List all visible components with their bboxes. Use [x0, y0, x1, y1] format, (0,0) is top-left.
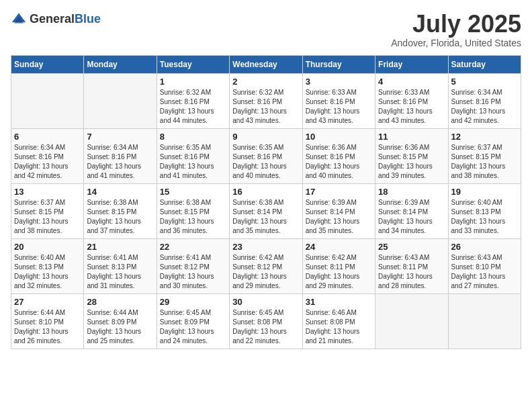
header-saturday: Saturday: [448, 55, 521, 73]
day-number: 27: [14, 297, 81, 307]
day-info: Sunrise: 6:38 AMSunset: 8:15 PMDaylight:…: [87, 198, 153, 236]
cell-week5-day6: [448, 293, 521, 349]
cell-week2-day6: 12Sunrise: 6:37 AMSunset: 8:15 PMDayligh…: [448, 128, 521, 183]
day-number: 19: [451, 187, 518, 197]
week-row-4: 20Sunrise: 6:40 AMSunset: 8:13 PMDayligh…: [11, 238, 521, 293]
day-info: Sunrise: 6:45 AMSunset: 8:08 PMDaylight:…: [232, 308, 299, 346]
week-row-2: 6Sunrise: 6:34 AMSunset: 8:16 PMDaylight…: [11, 128, 521, 183]
day-info: Sunrise: 6:36 AMSunset: 8:15 PMDaylight:…: [378, 143, 445, 181]
cell-week5-day3: 30Sunrise: 6:45 AMSunset: 8:08 PMDayligh…: [230, 293, 302, 349]
day-info: Sunrise: 6:41 AMSunset: 8:13 PMDaylight:…: [87, 253, 153, 291]
day-number: 15: [160, 187, 226, 197]
cell-week4-day0: 20Sunrise: 6:40 AMSunset: 8:13 PMDayligh…: [11, 238, 84, 293]
cell-week5-day4: 31Sunrise: 6:46 AMSunset: 8:08 PMDayligh…: [302, 293, 375, 349]
day-number: 3: [306, 77, 372, 87]
day-number: 6: [14, 132, 81, 142]
day-number: 24: [306, 242, 372, 252]
day-info: Sunrise: 6:39 AMSunset: 8:14 PMDaylight:…: [378, 198, 445, 236]
day-info: Sunrise: 6:44 AMSunset: 8:10 PMDaylight:…: [14, 308, 81, 346]
weekday-header-row: Sunday Monday Tuesday Wednesday Thursday…: [11, 55, 521, 73]
cell-week1-day0: [11, 73, 84, 128]
day-info: Sunrise: 6:44 AMSunset: 8:09 PMDaylight:…: [87, 308, 153, 346]
day-info: Sunrise: 6:41 AMSunset: 8:12 PMDaylight:…: [160, 253, 226, 291]
calendar-header: Sunday Monday Tuesday Wednesday Thursday…: [11, 55, 521, 73]
cell-week4-day2: 22Sunrise: 6:41 AMSunset: 8:12 PMDayligh…: [157, 238, 229, 293]
day-info: Sunrise: 6:40 AMSunset: 8:13 PMDaylight:…: [451, 198, 518, 236]
day-info: Sunrise: 6:34 AMSunset: 8:16 PMDaylight:…: [87, 143, 153, 181]
day-number: 14: [87, 187, 153, 197]
day-number: 18: [378, 187, 445, 197]
day-info: Sunrise: 6:32 AMSunset: 8:16 PMDaylight:…: [160, 88, 226, 126]
day-number: 28: [87, 297, 153, 307]
cell-week5-day0: 27Sunrise: 6:44 AMSunset: 8:10 PMDayligh…: [11, 293, 84, 349]
cell-week1-day4: 3Sunrise: 6:33 AMSunset: 8:16 PMDaylight…: [302, 73, 375, 128]
logo-text: GeneralBlue: [30, 12, 101, 26]
cell-week5-day2: 29Sunrise: 6:45 AMSunset: 8:09 PMDayligh…: [157, 293, 229, 349]
cell-week4-day1: 21Sunrise: 6:41 AMSunset: 8:13 PMDayligh…: [84, 238, 157, 293]
cell-week2-day5: 11Sunrise: 6:36 AMSunset: 8:15 PMDayligh…: [375, 128, 448, 183]
cell-week3-day2: 15Sunrise: 6:38 AMSunset: 8:15 PMDayligh…: [157, 183, 229, 238]
day-info: Sunrise: 6:42 AMSunset: 8:11 PMDaylight:…: [306, 253, 372, 291]
day-info: Sunrise: 6:36 AMSunset: 8:16 PMDaylight:…: [306, 143, 372, 181]
day-number: 11: [378, 132, 445, 142]
day-info: Sunrise: 6:37 AMSunset: 8:15 PMDaylight:…: [451, 143, 518, 181]
day-info: Sunrise: 6:35 AMSunset: 8:16 PMDaylight:…: [232, 143, 299, 181]
cell-week3-day3: 16Sunrise: 6:38 AMSunset: 8:14 PMDayligh…: [230, 183, 302, 238]
cell-week3-day1: 14Sunrise: 6:38 AMSunset: 8:15 PMDayligh…: [84, 183, 157, 238]
logo-blue: Blue: [75, 12, 101, 26]
day-info: Sunrise: 6:38 AMSunset: 8:14 PMDaylight:…: [232, 198, 299, 236]
day-info: Sunrise: 6:38 AMSunset: 8:15 PMDaylight:…: [160, 198, 226, 236]
cell-week3-day6: 19Sunrise: 6:40 AMSunset: 8:13 PMDayligh…: [448, 183, 521, 238]
day-number: 20: [14, 242, 81, 252]
day-number: 16: [232, 187, 299, 197]
day-info: Sunrise: 6:34 AMSunset: 8:16 PMDaylight:…: [14, 143, 81, 181]
calendar-body: 1Sunrise: 6:32 AMSunset: 8:16 PMDaylight…: [11, 73, 521, 349]
cell-week5-day1: 28Sunrise: 6:44 AMSunset: 8:09 PMDayligh…: [84, 293, 157, 349]
day-info: Sunrise: 6:43 AMSunset: 8:10 PMDaylight:…: [451, 253, 518, 291]
header-monday: Monday: [84, 55, 157, 73]
cell-week1-day2: 1Sunrise: 6:32 AMSunset: 8:16 PMDaylight…: [157, 73, 229, 128]
week-row-5: 27Sunrise: 6:44 AMSunset: 8:10 PMDayligh…: [11, 293, 521, 349]
day-number: 8: [160, 132, 226, 142]
logo-general: General: [30, 12, 75, 26]
cell-week1-day3: 2Sunrise: 6:32 AMSunset: 8:16 PMDaylight…: [230, 73, 302, 128]
header-friday: Friday: [375, 55, 448, 73]
cell-week2-day1: 7Sunrise: 6:34 AMSunset: 8:16 PMDaylight…: [84, 128, 157, 183]
cell-week1-day5: 4Sunrise: 6:33 AMSunset: 8:16 PMDaylight…: [375, 73, 448, 128]
cell-week5-day5: [375, 293, 448, 349]
day-info: Sunrise: 6:43 AMSunset: 8:11 PMDaylight:…: [378, 253, 445, 291]
day-info: Sunrise: 6:45 AMSunset: 8:09 PMDaylight:…: [160, 308, 226, 346]
cell-week4-day4: 24Sunrise: 6:42 AMSunset: 8:11 PMDayligh…: [302, 238, 375, 293]
logo: GeneralBlue: [11, 11, 101, 27]
day-info: Sunrise: 6:37 AMSunset: 8:15 PMDaylight:…: [14, 198, 81, 236]
cell-week3-day5: 18Sunrise: 6:39 AMSunset: 8:14 PMDayligh…: [375, 183, 448, 238]
day-number: 22: [160, 242, 226, 252]
cell-week4-day6: 26Sunrise: 6:43 AMSunset: 8:10 PMDayligh…: [448, 238, 521, 293]
day-info: Sunrise: 6:32 AMSunset: 8:16 PMDaylight:…: [232, 88, 299, 126]
calendar-title: July 2025: [391, 11, 521, 38]
logo-icon: [11, 11, 27, 27]
page-header: GeneralBlue July 2025 Andover, Florida, …: [11, 11, 521, 48]
day-info: Sunrise: 6:40 AMSunset: 8:13 PMDaylight:…: [14, 253, 81, 291]
week-row-3: 13Sunrise: 6:37 AMSunset: 8:15 PMDayligh…: [11, 183, 521, 238]
cell-week4-day5: 25Sunrise: 6:43 AMSunset: 8:11 PMDayligh…: [375, 238, 448, 293]
week-row-1: 1Sunrise: 6:32 AMSunset: 8:16 PMDaylight…: [11, 73, 521, 128]
day-number: 2: [232, 77, 299, 87]
cell-week1-day6: 5Sunrise: 6:34 AMSunset: 8:16 PMDaylight…: [448, 73, 521, 128]
cell-week2-day0: 6Sunrise: 6:34 AMSunset: 8:16 PMDaylight…: [11, 128, 84, 183]
day-number: 13: [14, 187, 81, 197]
calendar-table: Sunday Monday Tuesday Wednesday Thursday…: [11, 55, 521, 349]
day-info: Sunrise: 6:33 AMSunset: 8:16 PMDaylight:…: [306, 88, 372, 126]
day-number: 23: [232, 242, 299, 252]
cell-week1-day1: [84, 73, 157, 128]
day-number: 7: [87, 132, 153, 142]
day-info: Sunrise: 6:35 AMSunset: 8:16 PMDaylight:…: [160, 143, 226, 181]
cell-week4-day3: 23Sunrise: 6:42 AMSunset: 8:12 PMDayligh…: [230, 238, 302, 293]
day-info: Sunrise: 6:34 AMSunset: 8:16 PMDaylight:…: [451, 88, 518, 126]
calendar-subtitle: Andover, Florida, United States: [391, 38, 521, 48]
day-number: 31: [306, 297, 372, 307]
day-number: 30: [232, 297, 299, 307]
day-info: Sunrise: 6:39 AMSunset: 8:14 PMDaylight:…: [306, 198, 372, 236]
cell-week3-day0: 13Sunrise: 6:37 AMSunset: 8:15 PMDayligh…: [11, 183, 84, 238]
header-sunday: Sunday: [11, 55, 84, 73]
